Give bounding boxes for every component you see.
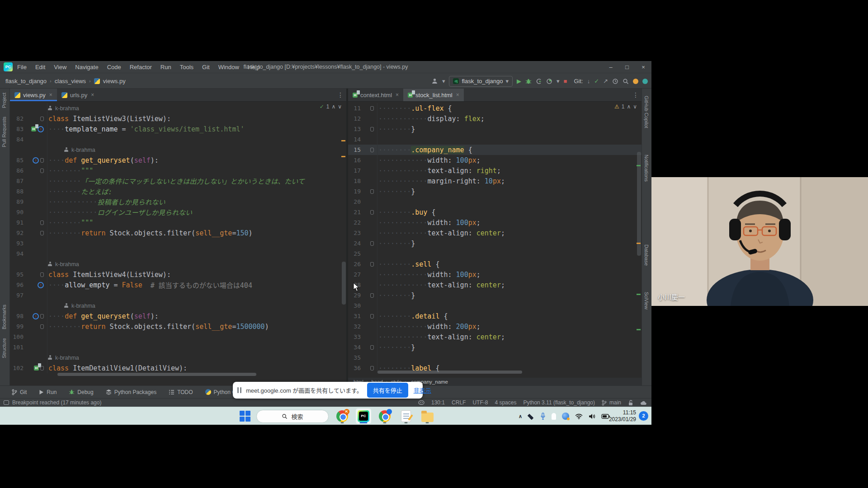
next-problem-icon[interactable]: ∨ [633, 103, 637, 110]
override-marker-icon[interactable]: ↑ [33, 313, 39, 319]
left-vertical-scrollbar[interactable] [342, 262, 346, 305]
line-number[interactable]: 23 [348, 230, 363, 236]
line-number[interactable]: 101 [10, 344, 26, 351]
toolwindow-github-copilot[interactable]: GitHub Copilot [644, 96, 649, 128]
prev-problem-icon[interactable]: ∧ [331, 103, 335, 110]
debug-button[interactable] [525, 78, 532, 84]
inspections-widget[interactable]: ✓1 ∧ ∨ [320, 103, 342, 110]
tab-views-py[interactable]: views.py × [10, 89, 57, 101]
fold-marker-icon[interactable] [40, 117, 44, 121]
tab-options-icon[interactable]: ⋮ [632, 89, 639, 101]
toolwindow-python-packages-button[interactable]: Python Packages [106, 389, 156, 395]
close-icon[interactable]: × [456, 92, 459, 98]
error-stripe-mark[interactable] [341, 156, 345, 157]
taskbar-search[interactable]: 検索 [256, 410, 329, 423]
breadcrumb-file[interactable]: views.py [103, 78, 126, 84]
fold-marker-icon[interactable] [40, 324, 44, 329]
line-number[interactable]: 29 [348, 292, 363, 299]
fold-marker-icon[interactable] [370, 210, 374, 215]
line-number[interactable]: 30 [348, 302, 363, 309]
line-number[interactable]: 99 [10, 323, 26, 330]
line-number[interactable]: 94 [10, 250, 26, 257]
fold-marker-icon[interactable] [370, 148, 374, 152]
tab-options-icon[interactable]: ⋮ [337, 89, 344, 101]
fold-marker-icon[interactable] [370, 314, 374, 319]
blame-author[interactable]: k-brahma [55, 355, 79, 361]
breadcrumb-project[interactable]: flask_to_django [5, 78, 47, 84]
line-number[interactable]: 90 [10, 209, 26, 216]
tab-context-html[interactable]: H context.html × [348, 89, 403, 101]
prev-problem-icon[interactable]: ∧ [627, 103, 631, 110]
change-stripe-mark[interactable] [637, 165, 641, 166]
line-number[interactable]: 17 [348, 167, 363, 174]
notification-badge[interactable]: 2 [639, 411, 648, 421]
fold-marker-icon[interactable] [40, 272, 44, 277]
webcam-video[interactable]: 小川慶一 [651, 177, 868, 306]
fold-marker-icon[interactable] [370, 293, 374, 298]
toolwindow-structure[interactable]: Structure [1, 338, 7, 358]
html-template-icon[interactable]: H [31, 127, 36, 131]
encoding-widget[interactable]: UTF-8 [472, 399, 488, 406]
line-number[interactable]: 27 [348, 271, 363, 278]
override-marker-icon[interactable]: ↑ [33, 157, 39, 164]
line-number[interactable]: 102 [10, 365, 26, 371]
close-button[interactable]: × [635, 61, 651, 73]
line-number[interactable]: 92 [10, 230, 26, 236]
volume-icon[interactable] [589, 413, 595, 419]
maximize-button[interactable]: □ [619, 61, 635, 73]
override-marker-icon[interactable]: ↑ [38, 282, 44, 288]
close-icon[interactable]: × [49, 92, 52, 98]
fold-marker-icon[interactable] [370, 241, 374, 246]
fold-marker-icon[interactable] [40, 169, 44, 173]
line-number[interactable]: 89 [10, 198, 26, 205]
line-number[interactable]: 32 [348, 323, 363, 330]
line-number[interactable]: 22 [348, 219, 363, 226]
override-marker-icon[interactable]: ↑ [38, 126, 44, 132]
menu-tools[interactable]: Tools [180, 64, 193, 70]
line-number[interactable]: 13 [348, 126, 363, 132]
run-configuration-select[interactable]: dj flask_to_django ▾ [449, 76, 513, 87]
tray-expand-icon[interactable]: ∧ [519, 413, 522, 419]
interpreter-widget[interactable]: Python 3.11 (flask_to_django) [523, 399, 595, 406]
line-number[interactable]: 35 [348, 354, 363, 361]
stop-sharing-button[interactable]: 共有を停止 [367, 383, 408, 398]
close-icon[interactable]: × [396, 92, 399, 98]
toolwindow-database[interactable]: Database [644, 244, 649, 266]
line-number[interactable]: 14 [348, 136, 363, 143]
toolwindow-sciview[interactable]: SciView [644, 292, 649, 310]
taskbar-chrome-2[interactable] [377, 408, 392, 424]
html-template-icon[interactable]: H [34, 366, 39, 371]
close-icon[interactable]: × [91, 92, 94, 98]
tab-stock-list-html[interactable]: H stock_list.html × [403, 89, 464, 101]
menu-code[interactable]: Code [107, 64, 121, 70]
toolwindow-git-button[interactable]: Git [12, 389, 27, 395]
toolwindow-run-button[interactable]: Run [39, 389, 57, 395]
error-stripe-mark[interactable] [341, 140, 345, 141]
menu-file[interactable]: File [17, 64, 27, 70]
line-number[interactable]: 97 [10, 292, 26, 299]
line-number[interactable]: 26 [348, 261, 363, 267]
app-tray-icon[interactable] [552, 413, 556, 420]
right-vertical-scrollbar[interactable] [637, 152, 641, 256]
fold-marker-icon[interactable] [40, 231, 44, 235]
line-number[interactable]: 83 [10, 126, 26, 132]
toolwindow-todo-button[interactable]: TODO [169, 389, 193, 395]
toolwindow-project[interactable]: Project [1, 93, 7, 108]
line-number[interactable]: 88 [10, 188, 26, 195]
line-number[interactable]: 98 [10, 313, 26, 319]
menu-window[interactable]: Window [218, 64, 239, 70]
change-stripe-mark[interactable] [637, 294, 641, 295]
change-stripe-mark[interactable] [637, 329, 641, 330]
blame-author[interactable]: k-brahma [55, 105, 79, 112]
hide-link[interactable]: 非表示 [414, 386, 431, 394]
tab-urls-py[interactable]: urls.py × [57, 89, 99, 101]
toolwindow-bookmarks[interactable]: Bookmarks [1, 305, 7, 329]
line-number[interactable]: 19 [348, 188, 363, 195]
ide-settings-icon[interactable] [642, 79, 648, 84]
fold-marker-icon[interactable] [370, 106, 374, 111]
line-number[interactable]: 24 [348, 240, 363, 247]
left-code-editor[interactable]: k-brahma82class ItemListView3(ListView):… [10, 102, 346, 385]
fold-marker-icon[interactable] [370, 127, 374, 131]
git-branch-widget[interactable]: main [602, 399, 621, 406]
line-number[interactable]: 25 [348, 250, 363, 257]
